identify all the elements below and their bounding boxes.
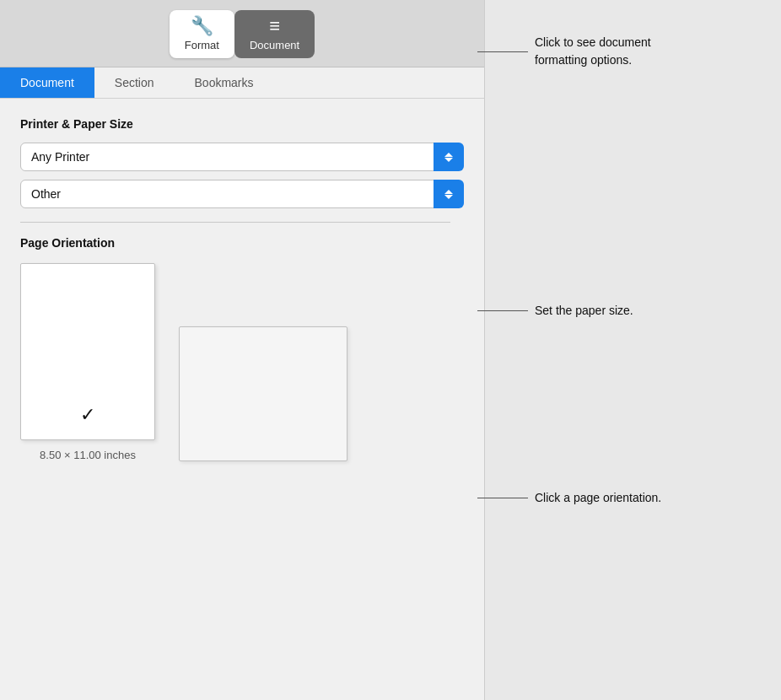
annotation-line-1 [477,51,528,52]
portrait-option[interactable]: ✓ 8.50 × 11.00 inches [20,263,155,461]
checkmark-icon: ✓ [80,404,95,426]
annotation-document: Click to see document formatting options… [477,34,651,69]
printer-section-title: Printer & Paper Size [20,117,464,131]
annotation-orientation: Click a page orientation. [477,489,661,507]
panel-content: Printer & Paper Size Any Printer Other P… [0,99,484,480]
paper-select[interactable]: Other [20,180,450,208]
divider [20,222,450,223]
portrait-page: ✓ [20,263,155,440]
annotation-text-orientation: Click a page orientation. [535,489,661,507]
document-label: Document [250,39,299,51]
document-button[interactable]: ≡ Document [234,10,315,58]
tab-bookmarks[interactable]: Bookmarks [175,67,274,98]
tab-document[interactable]: Document [0,67,94,98]
document-icon: ≡ [269,17,280,35]
inspector-panel: 🔧 Format ≡ Document Document Section Boo… [0,0,485,700]
printer-select[interactable]: Any Printer [20,143,450,171]
format-label: Format [185,39,219,51]
annotation-line-3 [477,498,528,498]
landscape-option[interactable] [179,326,347,461]
format-icon: 🔧 [191,17,213,35]
page-size-label: 8.50 × 11.00 inches [40,449,136,461]
annotation-paper: Set the paper size. [477,302,633,320]
annotation-line-2 [477,310,528,311]
orientation-options: ✓ 8.50 × 11.00 inches [20,263,464,461]
tab-bar: Document Section Bookmarks [0,67,484,99]
tab-section[interactable]: Section [94,67,175,98]
landscape-page [179,326,347,461]
annotations-overlay: Click to see document formatting options… [477,0,781,700]
annotation-text-document: Click to see document formatting options… [535,34,651,69]
format-button[interactable]: 🔧 Format [170,10,234,58]
printer-select-wrapper: Any Printer [20,143,464,171]
toolbar: 🔧 Format ≡ Document [0,0,484,67]
orientation-section-title: Page Orientation [20,236,464,250]
paper-select-wrapper: Other [20,180,464,208]
annotation-text-paper: Set the paper size. [535,302,633,320]
